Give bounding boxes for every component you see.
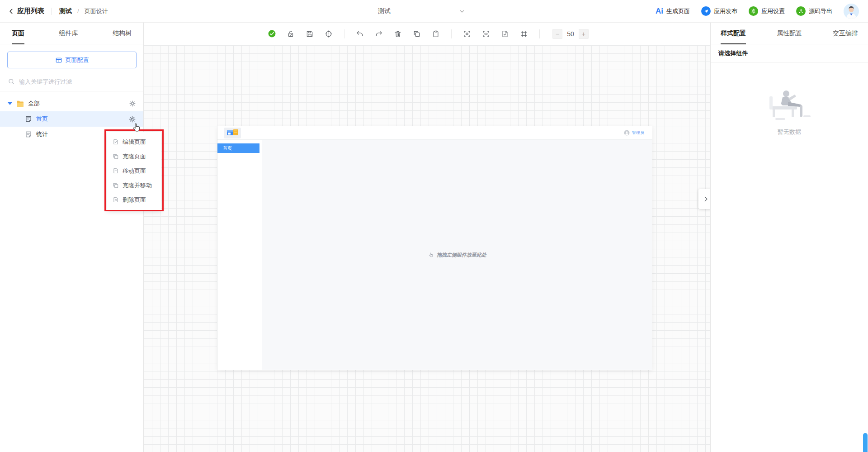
- empty-state: 暂无数据: [711, 86, 868, 136]
- preview-admin-label: 管理员: [632, 130, 644, 136]
- preview-user[interactable]: 管理员: [624, 130, 644, 136]
- app-settings-label: 应用设置: [761, 7, 785, 15]
- ai-icon: Ai: [656, 7, 663, 15]
- page-preview: 管理员 首页 拖拽左侧组件放至此处: [217, 126, 652, 370]
- design-canvas-area: − 50 + 管理员: [144, 23, 710, 452]
- tab-structure-tree-label: 结构树: [113, 29, 132, 38]
- gear-icon[interactable]: [128, 115, 136, 123]
- lock-check-icon[interactable]: [284, 28, 297, 40]
- search-icon: [8, 78, 15, 85]
- chevron-right-icon: [703, 196, 709, 202]
- breadcrumb-app[interactable]: 测试: [59, 7, 72, 15]
- preview-scan-icon[interactable]: [461, 28, 473, 40]
- layout-config-icon: [55, 57, 62, 64]
- doc-check-icon[interactable]: [499, 28, 511, 40]
- app-settings-button[interactable]: 应用设置: [749, 6, 785, 16]
- paste-icon[interactable]: [429, 28, 442, 40]
- copy-icon[interactable]: [410, 28, 423, 40]
- tab-component-library[interactable]: 组件库: [59, 23, 78, 44]
- back-button[interactable]: 应用列表: [8, 7, 44, 15]
- doc-check-icon: [113, 139, 119, 145]
- check-circle-icon[interactable]: [265, 28, 278, 40]
- menu-item-move-page[interactable]: 移动页面: [107, 164, 161, 178]
- tab-style-config[interactable]: 样式配置: [721, 23, 746, 44]
- tab-pages[interactable]: 页面: [12, 23, 24, 44]
- caret-down-icon[interactable]: [8, 102, 12, 105]
- canvas-grid[interactable]: 管理员 首页 拖拽左侧组件放至此处: [144, 45, 710, 452]
- artboard-icon[interactable]: [518, 28, 530, 40]
- tree-node-all[interactable]: 全部: [0, 96, 143, 111]
- tab-property-config-label: 属性配置: [777, 29, 802, 38]
- export-code-button[interactable]: 源码导出: [796, 6, 832, 16]
- send-icon: [701, 6, 711, 16]
- chevron-down-icon: [459, 9, 465, 14]
- preview-body: 首页 拖拽左侧组件放至此处: [217, 140, 652, 370]
- pages-sidebar: 页面 组件库 结构树 页面配置 全部: [0, 23, 144, 452]
- trash-icon[interactable]: [392, 28, 404, 40]
- back-label: 应用列表: [17, 7, 44, 15]
- zoom-out-button[interactable]: −: [552, 29, 562, 39]
- generate-page-button[interactable]: Ai 生成页面: [656, 7, 690, 15]
- doc-minus-icon: [113, 168, 119, 174]
- breadcrumb-separator: /: [77, 8, 79, 14]
- page-filter-row: [0, 72, 143, 91]
- drop-hint-label: 拖拽左侧组件放至此处: [437, 252, 486, 258]
- drop-hint: 拖拽左侧组件放至此处: [428, 252, 486, 258]
- hand-pointer-icon: [428, 252, 434, 258]
- menu-item-clone-and-move-label: 克隆并移动: [123, 181, 152, 190]
- gear-icon[interactable]: [129, 100, 136, 107]
- zoom-level-value: 50: [567, 30, 574, 38]
- publish-app-button[interactable]: 应用发布: [701, 6, 737, 16]
- menu-item-edit-page[interactable]: 编辑页面: [107, 135, 161, 149]
- menu-item-move-page-label: 移动页面: [123, 167, 146, 175]
- tab-interaction-config-label: 交互编排: [833, 29, 858, 38]
- tab-structure-tree[interactable]: 结构树: [113, 23, 132, 44]
- crosshair-icon[interactable]: [322, 28, 335, 40]
- top-header: 应用列表 测试 / 页面设计 测试 Ai 生成页面 应用发布: [0, 0, 868, 23]
- publish-app-label: 应用发布: [714, 7, 737, 15]
- export-code-label: 源码导出: [809, 7, 832, 15]
- tree-node-all-label: 全部: [28, 100, 40, 108]
- generate-page-label: 生成页面: [666, 7, 690, 15]
- app-logo: [224, 128, 241, 138]
- menu-item-delete-page-label: 删除页面: [123, 196, 146, 204]
- page-config-button[interactable]: 页面配置: [7, 52, 137, 68]
- tab-style-config-label: 样式配置: [721, 29, 746, 38]
- select-component-hint: 请选择组件: [711, 44, 868, 63]
- page-designer-app: 应用列表 测试 / 页面设计 测试 Ai 生成页面 应用发布: [0, 0, 868, 452]
- divider: [539, 29, 540, 38]
- save-icon[interactable]: [303, 28, 316, 40]
- page-select-dropdown[interactable]: 测试: [378, 0, 465, 23]
- page-filter-input[interactable]: [19, 78, 127, 85]
- page-config-label: 页面配置: [66, 56, 89, 64]
- menu-item-clone-page[interactable]: 克隆页面: [107, 149, 161, 164]
- tree-node-home[interactable]: 首页: [0, 111, 143, 127]
- copy-icon: [113, 182, 119, 189]
- preview-nav-home[interactable]: 首页: [217, 143, 259, 153]
- config-sidebar: 样式配置 属性配置 交互编排 请选择组件: [710, 23, 868, 452]
- canvas-toolbar: − 50 +: [144, 23, 710, 45]
- tab-pages-label: 页面: [12, 29, 24, 38]
- undo-icon[interactable]: [354, 28, 366, 40]
- user-avatar[interactable]: [844, 4, 859, 19]
- scrollbar-thumb[interactable]: [863, 433, 868, 452]
- empty-illustration: [764, 86, 814, 122]
- preview-drop-zone[interactable]: 拖拽左侧组件放至此处: [262, 140, 652, 370]
- divider: [451, 29, 452, 38]
- preview-topbar: 管理员: [217, 126, 652, 140]
- tree-node-home-label: 首页: [36, 115, 48, 123]
- tab-interaction-config[interactable]: 交互编排: [833, 23, 858, 44]
- divider: [344, 29, 344, 38]
- redo-icon[interactable]: [373, 28, 385, 40]
- tab-property-config[interactable]: 属性配置: [777, 23, 802, 44]
- menu-item-clone-page-label: 克隆页面: [123, 152, 146, 161]
- menu-item-clone-and-move[interactable]: 克隆并移动: [107, 178, 161, 193]
- folder-icon: [16, 100, 24, 107]
- menu-item-delete-page[interactable]: 删除页面: [107, 193, 161, 207]
- tree-node-stats-label: 统计: [36, 130, 48, 138]
- zoom-in-button[interactable]: +: [579, 29, 589, 39]
- code-scan-icon[interactable]: [480, 28, 492, 40]
- breadcrumb-page: 页面设计: [85, 7, 108, 15]
- chevron-left-icon: [8, 8, 14, 14]
- menu-item-edit-page-label: 编辑页面: [123, 138, 146, 146]
